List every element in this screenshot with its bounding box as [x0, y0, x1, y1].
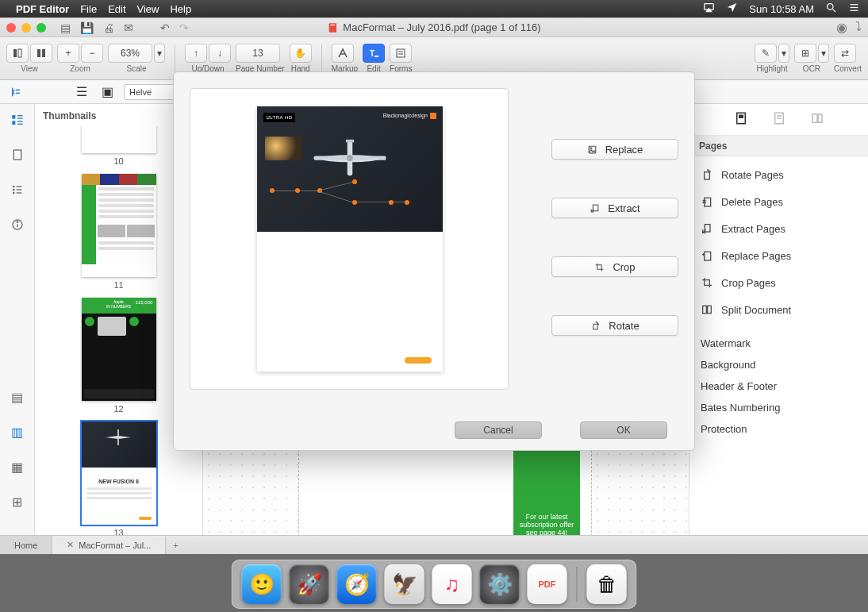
menu-file[interactable]: File — [80, 3, 97, 15]
zoom-window-button[interactable] — [36, 23, 46, 33]
svg-rect-52 — [346, 140, 354, 143]
mail-icon[interactable]: 🦅 — [385, 564, 424, 604]
outline-tab-icon[interactable] — [10, 182, 25, 198]
decorative-pill — [405, 357, 432, 364]
scale-stepper[interactable]: ▾ — [154, 44, 165, 63]
markup-button[interactable] — [332, 44, 354, 63]
split-document-item[interactable]: Split Document — [689, 296, 868, 323]
clock[interactable]: Sun 10:58 AM — [749, 3, 814, 15]
left-rail: ▤ ▥ ▦ ⊞ — [0, 104, 35, 535]
menu-help[interactable]: Help — [170, 3, 191, 15]
sidebar-toggle-icon[interactable]: ▤ — [60, 21, 71, 34]
page-number-field[interactable]: 13 — [236, 44, 280, 63]
tool-ocr: ⊞▾ OCR — [794, 44, 829, 73]
highlight-menu[interactable]: ▾ — [778, 44, 789, 63]
share-icon[interactable]: ⤵ — [855, 20, 862, 35]
highlight-button[interactable]: ✎ — [755, 44, 777, 63]
convert-button[interactable]: ⇄ — [834, 44, 856, 63]
page-down-button[interactable]: ↓ — [209, 44, 231, 63]
preview-thumbnail-image — [265, 137, 301, 160]
close-window-button[interactable] — [6, 23, 16, 33]
document-tab[interactable]: ✕MacFormat – Jul... — [52, 536, 166, 554]
svg-line-3 — [832, 9, 835, 12]
tool-forms: Forms — [390, 44, 412, 73]
ocr-button[interactable]: ⊞ — [794, 44, 816, 63]
safari-icon[interactable]: 🧭 — [337, 564, 377, 604]
add-tab-button[interactable]: + — [166, 536, 185, 554]
trash-icon[interactable]: 🗑 — [587, 564, 627, 604]
tool-edit: T Edit — [363, 44, 385, 73]
protection-item[interactable]: Protection — [689, 418, 868, 440]
right-panel-header: Pages — [689, 136, 868, 156]
finder-icon[interactable]: 🙂 — [242, 564, 282, 604]
background-item[interactable]: Background — [689, 354, 868, 375]
notification-center-icon[interactable] — [848, 2, 860, 16]
scale-field[interactable]: 63% — [108, 44, 152, 63]
brand-label: Blackmagicdesign — [383, 113, 436, 119]
launchpad-icon[interactable]: 🚀 — [290, 564, 329, 604]
print-icon[interactable]: 🖨 — [103, 21, 114, 34]
svg-marker-1 — [707, 9, 712, 12]
bookmarks-tab-icon[interactable] — [10, 147, 25, 163]
rotate-pages-item[interactable]: Rotate Pages — [689, 161, 868, 188]
pdf-editor-app-icon[interactable]: PDF — [528, 564, 567, 604]
mail-icon[interactable]: ✉ — [124, 21, 133, 34]
location-icon[interactable] — [726, 2, 738, 16]
extract-pages-item[interactable]: Extract Pages — [689, 215, 868, 242]
delete-pages-item[interactable]: Delete Pages — [689, 188, 868, 215]
rotate-button[interactable]: Rotate — [551, 315, 678, 336]
svg-rect-20 — [17, 115, 23, 116]
save-icon[interactable]: 💾 — [80, 21, 94, 34]
view-double-button[interactable] — [30, 44, 52, 63]
forms-button[interactable] — [390, 44, 412, 63]
system-preferences-icon[interactable]: ⚙️ — [480, 564, 520, 604]
layout-tab-icon[interactable] — [810, 111, 824, 129]
document-tabbar: Home ✕MacFormat – Jul... + — [0, 535, 868, 554]
ok-button[interactable]: OK — [580, 421, 667, 439]
layout-4-icon[interactable]: ⊞ — [10, 494, 25, 510]
svg-rect-7 — [329, 23, 336, 33]
replace-button[interactable]: Replace — [551, 139, 678, 160]
text-flow-icon[interactable] — [8, 83, 25, 101]
toolbar-divider — [175, 44, 175, 73]
undo-icon[interactable]: ↶ — [160, 21, 170, 34]
align-icon[interactable]: ☰ — [73, 83, 90, 101]
page-up-button[interactable]: ↑ — [185, 44, 207, 63]
layout-1-icon[interactable]: ▤ — [10, 389, 25, 405]
redo-icon[interactable]: ↷ — [179, 21, 189, 34]
zoom-out-button[interactable]: − — [81, 44, 103, 63]
pages-tab-icon[interactable] — [734, 111, 748, 129]
app-name[interactable]: PDF Editor — [16, 3, 69, 15]
thumbnails-tab-icon[interactable] — [10, 112, 25, 128]
ocr-menu[interactable]: ▾ — [818, 44, 829, 63]
layout-3-icon[interactable]: ▦ — [10, 459, 25, 475]
bates-numbering-item[interactable]: Bates Numbering — [689, 397, 868, 418]
zoom-in-button[interactable]: + — [57, 44, 79, 63]
airplay-icon[interactable] — [703, 2, 715, 16]
menu-edit[interactable]: Edit — [108, 3, 125, 15]
svg-rect-41 — [705, 172, 710, 179]
replace-pages-item[interactable]: Replace Pages — [689, 242, 868, 269]
view-single-button[interactable] — [6, 44, 29, 63]
menu-view[interactable]: View — [137, 3, 159, 15]
svg-text:T: T — [370, 49, 374, 58]
info-tab-icon[interactable] — [10, 217, 25, 233]
edit-mode-button[interactable]: T — [363, 44, 385, 63]
content-tab-icon[interactable] — [772, 111, 786, 129]
itunes-icon[interactable]: ♫ — [432, 564, 472, 604]
close-tab-icon[interactable]: ✕ — [67, 540, 74, 550]
extract-button[interactable]: Extract — [551, 198, 678, 218]
image-icon[interactable]: ▣ — [98, 83, 116, 101]
hand-tool-button[interactable]: ✋ — [290, 44, 312, 63]
layout-2-icon[interactable]: ▥ — [10, 424, 25, 440]
cancel-button[interactable]: Cancel — [455, 421, 542, 439]
home-tab[interactable]: Home — [0, 536, 52, 554]
view-mode-icon[interactable]: ◉ — [836, 20, 847, 35]
spotlight-icon[interactable] — [825, 2, 837, 16]
header-footer-item[interactable]: Header & Footer — [689, 375, 868, 397]
minimize-window-button[interactable] — [21, 23, 31, 33]
dock-separator — [577, 567, 578, 602]
watermark-item[interactable]: Watermark — [689, 333, 868, 354]
crop-pages-item[interactable]: Crop Pages — [689, 269, 868, 296]
crop-button[interactable]: Crop — [551, 256, 678, 277]
